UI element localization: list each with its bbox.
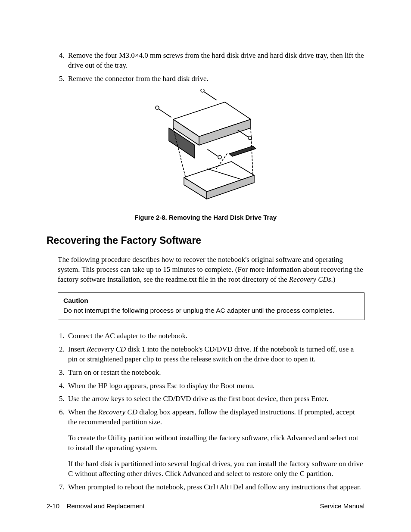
proc-step-4-body: When the HP logo appears, press Esc to d… xyxy=(68,382,255,390)
proc-step-7-body: When prompted to reboot the notebook, pr… xyxy=(68,483,361,491)
procedure-list: Connect the AC adapter to the notebook. … xyxy=(47,331,364,492)
footer-section: Removal and Replacement xyxy=(67,502,145,510)
footer-right: Service Manual xyxy=(320,502,364,510)
proc-step-5-body: Use the arrow keys to select the CD/DVD … xyxy=(68,395,328,403)
proc-step-3-body: Turn on or restart the notebook. xyxy=(68,368,161,376)
caution-box: Caution Do not interrupt the following p… xyxy=(58,292,364,320)
svg-line-18 xyxy=(251,128,253,175)
footer-page-number: 2-10 xyxy=(47,502,59,510)
figure-caption: Figure 2-8. Removing the Hard Disk Drive… xyxy=(47,213,364,222)
intro-paragraph: The following procedure describes how to… xyxy=(58,255,364,285)
proc-step-6-extra-1: To create the Utility partition without … xyxy=(68,433,364,453)
proc-step-1: Connect the AC adapter to the notebook. xyxy=(66,331,364,341)
figure-illustration xyxy=(47,89,364,205)
intro-suffix: .) xyxy=(331,275,335,283)
step-4: Remove the four M3.0×4.0 mm screws from … xyxy=(66,51,364,71)
svg-line-11 xyxy=(203,91,216,100)
proc-step-3: Turn on or restart the notebook. xyxy=(66,368,364,378)
proc-step-6-body: When the Recovery CD dialog box appears,… xyxy=(68,408,355,426)
step-4-text: Remove the four M3.0×4.0 mm screws from … xyxy=(68,51,364,69)
footer-rule xyxy=(47,499,364,499)
hdd-tray-illustration-icon xyxy=(143,89,268,205)
step-5: Remove the connector from the hard disk … xyxy=(66,74,364,84)
caution-title: Caution xyxy=(63,296,359,305)
footer: 2-10 Removal and Replacement Service Man… xyxy=(47,502,364,510)
proc-step-6-extra-2: If the hard disk is partitioned into sev… xyxy=(68,459,364,479)
svg-point-16 xyxy=(218,156,221,159)
proc-step-4: When the HP logo appears, press Esc to d… xyxy=(66,381,364,391)
step-5-text: Remove the connector from the hard disk … xyxy=(68,75,209,83)
svg-marker-4 xyxy=(229,146,256,156)
section-heading: Recovering the Factory Software xyxy=(47,234,364,247)
intro-italic: Recovery CDs xyxy=(289,275,331,283)
proc-step-5: Use the arrow keys to select the CD/DVD … xyxy=(66,394,364,404)
proc-step-7: When prompted to reboot the notebook, pr… xyxy=(66,482,364,492)
page: Remove the four M3.0×4.0 mm screws from … xyxy=(0,0,411,532)
svg-point-10 xyxy=(156,106,159,109)
caution-text: Do not interrupt the following process o… xyxy=(63,306,359,315)
svg-line-9 xyxy=(158,109,171,117)
proc-step-6: When the Recovery CD dialog box appears,… xyxy=(66,408,364,479)
svg-point-12 xyxy=(201,89,204,92)
proc-step-2: Insert Recovery CD disk 1 into the noteb… xyxy=(66,345,364,364)
proc-step-2-body: Insert Recovery CD disk 1 into the noteb… xyxy=(68,345,354,363)
proc-step-1-body: Connect the AC adapter to the notebook. xyxy=(68,332,187,340)
footer-left: 2-10 Removal and Replacement xyxy=(47,502,145,510)
top-steps-list: Remove the four M3.0×4.0 mm screws from … xyxy=(47,51,364,84)
